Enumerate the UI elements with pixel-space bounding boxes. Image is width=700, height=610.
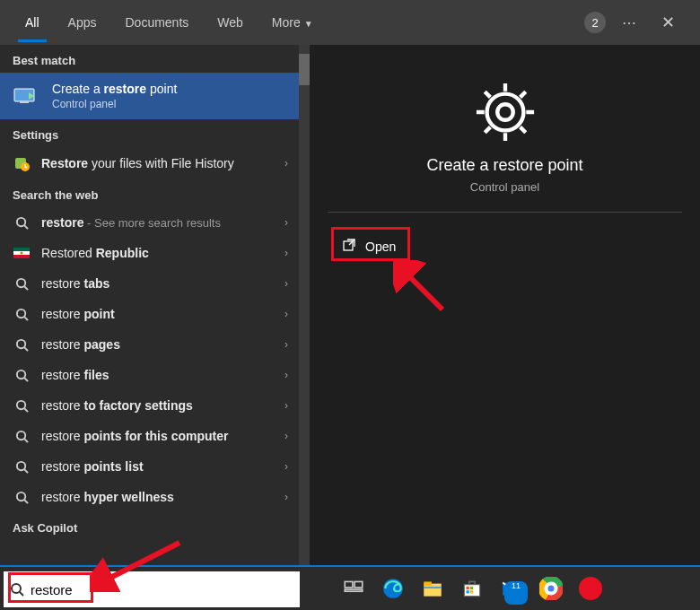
app-icon[interactable]: [573, 571, 608, 606]
best-match-item[interactable]: Create a restore point Control panel: [0, 73, 310, 119]
svg-point-18: [486, 94, 523, 131]
chevron-down-icon: ▼: [304, 19, 313, 29]
web-result-7[interactable]: restore points for this computer›: [0, 421, 310, 451]
svg-point-9: [16, 278, 24, 286]
svg-point-15: [16, 461, 24, 469]
gear-icon: [328, 81, 682, 144]
svg-rect-21: [345, 581, 353, 588]
content: Best match Create a restore point Contro…: [0, 45, 700, 565]
search-icon: [13, 430, 31, 443]
svg-rect-30: [470, 587, 473, 589]
web-result-label: restore files: [41, 368, 284, 382]
settings-item-file-history[interactable]: Restore your files with File History ›: [0, 147, 310, 179]
svg-point-20: [12, 584, 21, 593]
file-explorer-icon[interactable]: [415, 571, 451, 606]
chrome-icon[interactable]: [533, 571, 569, 606]
scrollbar[interactable]: [299, 45, 310, 565]
svg-rect-7: [13, 255, 30, 258]
web-result-label: restore points list: [41, 459, 284, 474]
chevron-right-icon: ›: [284, 491, 288, 503]
mail-badge: 11: [504, 581, 528, 605]
chevron-right-icon: ›: [284, 430, 288, 442]
search-icon: [13, 491, 31, 504]
edge-icon[interactable]: [375, 571, 411, 606]
taskbar-icons: 11: [336, 571, 608, 606]
web-result-label: restore - See more search results: [41, 215, 284, 230]
more-options-icon[interactable]: ⋯: [622, 14, 638, 31]
open-label: Open: [365, 240, 396, 254]
search-icon: [13, 216, 31, 230]
close-button[interactable]: ✕: [654, 9, 682, 36]
flag-icon: [13, 248, 31, 258]
tab-apps[interactable]: Apps: [54, 3, 111, 42]
svg-point-11: [16, 339, 24, 347]
search-icon: [13, 308, 31, 321]
tab-all[interactable]: All: [11, 3, 54, 42]
web-result-2[interactable]: restore tabs›: [0, 268, 310, 299]
taskbar: 11: [0, 565, 700, 610]
notification-badge[interactable]: 2: [584, 12, 606, 33]
svg-point-10: [16, 309, 24, 317]
results-panel: Best match Create a restore point Contro…: [0, 45, 310, 565]
mail-icon[interactable]: 11: [494, 571, 529, 606]
svg-point-12: [16, 370, 24, 378]
web-result-label: restore to factory settings: [41, 398, 284, 413]
web-result-label: restore tabs: [41, 276, 284, 291]
tab-documents[interactable]: Documents: [110, 3, 203, 42]
web-result-label: restore hyper wellness: [41, 490, 284, 504]
section-settings: Settings: [0, 119, 310, 147]
preview-subtitle: Control panel: [328, 180, 682, 194]
svg-point-17: [497, 104, 513, 120]
tab-more[interactable]: More▼: [258, 3, 328, 42]
svg-rect-1: [20, 101, 29, 103]
scrollbar-thumb[interactable]: [299, 54, 310, 85]
chevron-right-icon: ›: [284, 338, 288, 351]
chevron-right-icon: ›: [284, 247, 288, 259]
web-result-5[interactable]: restore files›: [0, 360, 310, 390]
search-icon: [13, 369, 31, 382]
search-icon: [4, 582, 31, 597]
search-input[interactable]: [31, 571, 300, 607]
section-best-match: Best match: [0, 45, 310, 73]
monitor-icon: [13, 85, 41, 107]
svg-point-4: [16, 217, 24, 225]
preview-title: Create a restore point: [328, 156, 682, 175]
header: All Apps Documents Web More▼ 2 ⋯ ✕: [0, 0, 700, 45]
store-icon[interactable]: [454, 571, 490, 606]
tabs: All Apps Documents Web More▼: [11, 3, 584, 42]
best-match-text: Create a restore point Control panel: [52, 82, 177, 110]
svg-rect-26: [424, 581, 432, 585]
chevron-right-icon: ›: [284, 216, 288, 229]
chevron-right-icon: ›: [284, 460, 288, 473]
svg-point-8: [21, 252, 23, 255]
svg-rect-32: [470, 590, 473, 593]
section-search-web: Search the web: [0, 179, 310, 207]
section-ask-copilot: Ask Copilot: [0, 512, 310, 540]
svg-point-14: [16, 431, 24, 439]
header-actions: 2 ⋯ ✕: [584, 9, 689, 36]
web-result-8[interactable]: restore points list›: [0, 451, 310, 482]
web-result-6[interactable]: restore to factory settings›: [0, 390, 310, 421]
web-result-label: restore points for this computer: [41, 429, 284, 443]
svg-rect-5: [13, 248, 30, 251]
search-icon: [13, 460, 31, 474]
search-icon: [13, 338, 31, 352]
web-result-9[interactable]: restore hyper wellness›: [0, 482, 310, 512]
svg-point-16: [16, 492, 24, 500]
svg-rect-31: [467, 590, 469, 593]
chevron-right-icon: ›: [284, 369, 288, 381]
task-view-icon[interactable]: [336, 571, 372, 606]
web-result-3[interactable]: restore point›: [0, 299, 310, 329]
chevron-right-icon: ›: [284, 308, 288, 320]
open-button[interactable]: Open: [328, 229, 410, 264]
svg-rect-23: [345, 589, 363, 591]
web-result-1[interactable]: Restored Republic›: [0, 238, 310, 268]
tab-web[interactable]: Web: [203, 3, 258, 42]
chevron-right-icon: ›: [284, 157, 288, 170]
svg-rect-27: [424, 587, 442, 588]
search-box[interactable]: [4, 571, 300, 607]
chevron-right-icon: ›: [284, 277, 288, 290]
file-history-icon: [13, 155, 31, 171]
web-result-0[interactable]: restore - See more search results›: [0, 207, 310, 238]
web-result-4[interactable]: restore pages›: [0, 329, 310, 360]
